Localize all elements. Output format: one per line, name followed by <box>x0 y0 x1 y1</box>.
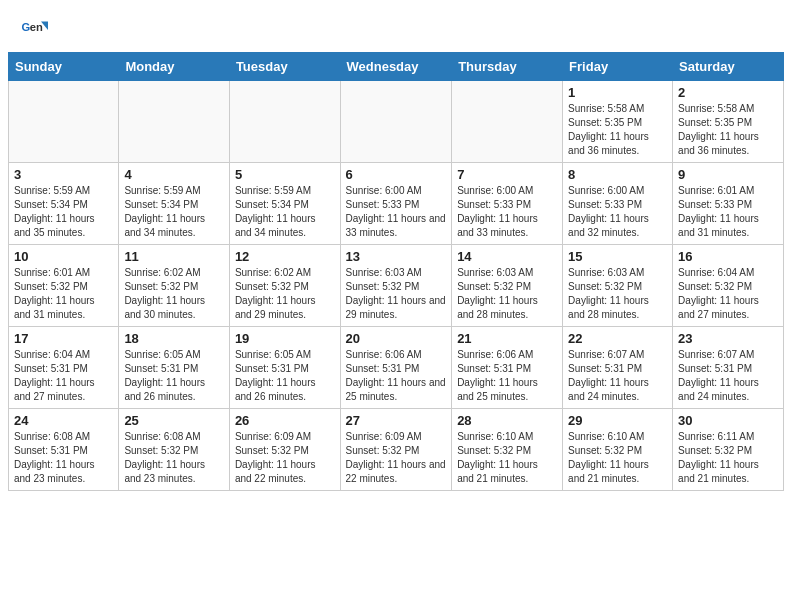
day-number: 9 <box>678 167 778 182</box>
day-number: 3 <box>14 167 113 182</box>
weekday-header-tuesday: Tuesday <box>229 53 340 81</box>
calendar-cell: 30Sunrise: 6:11 AM Sunset: 5:32 PM Dayli… <box>673 409 784 491</box>
calendar-cell: 10Sunrise: 6:01 AM Sunset: 5:32 PM Dayli… <box>9 245 119 327</box>
day-number: 29 <box>568 413 667 428</box>
svg-text:n: n <box>36 21 43 33</box>
day-number: 19 <box>235 331 335 346</box>
day-info: Sunrise: 6:03 AM Sunset: 5:32 PM Dayligh… <box>568 266 667 322</box>
day-info: Sunrise: 6:04 AM Sunset: 5:32 PM Dayligh… <box>678 266 778 322</box>
day-number: 28 <box>457 413 557 428</box>
day-number: 8 <box>568 167 667 182</box>
day-info: Sunrise: 6:07 AM Sunset: 5:31 PM Dayligh… <box>678 348 778 404</box>
calendar-cell: 23Sunrise: 6:07 AM Sunset: 5:31 PM Dayli… <box>673 327 784 409</box>
weekday-header-thursday: Thursday <box>452 53 563 81</box>
day-number: 27 <box>346 413 447 428</box>
day-number: 20 <box>346 331 447 346</box>
day-info: Sunrise: 6:01 AM Sunset: 5:32 PM Dayligh… <box>14 266 113 322</box>
week-row-1: 1Sunrise: 5:58 AM Sunset: 5:35 PM Daylig… <box>9 81 784 163</box>
day-info: Sunrise: 6:10 AM Sunset: 5:32 PM Dayligh… <box>457 430 557 486</box>
logo: G e n <box>20 16 52 44</box>
day-info: Sunrise: 6:00 AM Sunset: 5:33 PM Dayligh… <box>346 184 447 240</box>
calendar-cell: 2Sunrise: 5:58 AM Sunset: 5:35 PM Daylig… <box>673 81 784 163</box>
calendar-cell: 6Sunrise: 6:00 AM Sunset: 5:33 PM Daylig… <box>340 163 452 245</box>
calendar-cell: 24Sunrise: 6:08 AM Sunset: 5:31 PM Dayli… <box>9 409 119 491</box>
day-number: 18 <box>124 331 224 346</box>
weekday-header-monday: Monday <box>119 53 230 81</box>
day-info: Sunrise: 6:08 AM Sunset: 5:31 PM Dayligh… <box>14 430 113 486</box>
day-info: Sunrise: 5:58 AM Sunset: 5:35 PM Dayligh… <box>568 102 667 158</box>
calendar-cell: 8Sunrise: 6:00 AM Sunset: 5:33 PM Daylig… <box>563 163 673 245</box>
day-number: 25 <box>124 413 224 428</box>
calendar-cell <box>229 81 340 163</box>
day-number: 10 <box>14 249 113 264</box>
calendar-cell: 5Sunrise: 5:59 AM Sunset: 5:34 PM Daylig… <box>229 163 340 245</box>
day-number: 26 <box>235 413 335 428</box>
day-info: Sunrise: 6:05 AM Sunset: 5:31 PM Dayligh… <box>235 348 335 404</box>
calendar-cell: 12Sunrise: 6:02 AM Sunset: 5:32 PM Dayli… <box>229 245 340 327</box>
calendar-cell <box>9 81 119 163</box>
weekday-header-sunday: Sunday <box>9 53 119 81</box>
svg-text:e: e <box>30 21 36 33</box>
calendar-cell: 14Sunrise: 6:03 AM Sunset: 5:32 PM Dayli… <box>452 245 563 327</box>
calendar-table: SundayMondayTuesdayWednesdayThursdayFrid… <box>8 52 784 491</box>
day-info: Sunrise: 5:59 AM Sunset: 5:34 PM Dayligh… <box>235 184 335 240</box>
weekday-header-friday: Friday <box>563 53 673 81</box>
day-info: Sunrise: 6:11 AM Sunset: 5:32 PM Dayligh… <box>678 430 778 486</box>
calendar-cell: 26Sunrise: 6:09 AM Sunset: 5:32 PM Dayli… <box>229 409 340 491</box>
day-number: 12 <box>235 249 335 264</box>
calendar-cell: 15Sunrise: 6:03 AM Sunset: 5:32 PM Dayli… <box>563 245 673 327</box>
calendar-cell: 29Sunrise: 6:10 AM Sunset: 5:32 PM Dayli… <box>563 409 673 491</box>
day-info: Sunrise: 5:59 AM Sunset: 5:34 PM Dayligh… <box>14 184 113 240</box>
logo-icon: G e n <box>20 16 48 44</box>
day-info: Sunrise: 6:09 AM Sunset: 5:32 PM Dayligh… <box>235 430 335 486</box>
weekday-header-wednesday: Wednesday <box>340 53 452 81</box>
day-info: Sunrise: 6:09 AM Sunset: 5:32 PM Dayligh… <box>346 430 447 486</box>
calendar-cell: 22Sunrise: 6:07 AM Sunset: 5:31 PM Dayli… <box>563 327 673 409</box>
day-number: 22 <box>568 331 667 346</box>
week-row-3: 10Sunrise: 6:01 AM Sunset: 5:32 PM Dayli… <box>9 245 784 327</box>
day-info: Sunrise: 6:06 AM Sunset: 5:31 PM Dayligh… <box>457 348 557 404</box>
day-number: 1 <box>568 85 667 100</box>
calendar-cell: 17Sunrise: 6:04 AM Sunset: 5:31 PM Dayli… <box>9 327 119 409</box>
day-number: 6 <box>346 167 447 182</box>
day-info: Sunrise: 6:00 AM Sunset: 5:33 PM Dayligh… <box>457 184 557 240</box>
day-number: 21 <box>457 331 557 346</box>
weekday-header-saturday: Saturday <box>673 53 784 81</box>
day-number: 15 <box>568 249 667 264</box>
day-info: Sunrise: 6:07 AM Sunset: 5:31 PM Dayligh… <box>568 348 667 404</box>
calendar-cell: 21Sunrise: 6:06 AM Sunset: 5:31 PM Dayli… <box>452 327 563 409</box>
day-info: Sunrise: 6:02 AM Sunset: 5:32 PM Dayligh… <box>235 266 335 322</box>
calendar-cell: 28Sunrise: 6:10 AM Sunset: 5:32 PM Dayli… <box>452 409 563 491</box>
calendar-cell: 27Sunrise: 6:09 AM Sunset: 5:32 PM Dayli… <box>340 409 452 491</box>
day-number: 30 <box>678 413 778 428</box>
calendar-cell <box>119 81 230 163</box>
week-row-4: 17Sunrise: 6:04 AM Sunset: 5:31 PM Dayli… <box>9 327 784 409</box>
day-number: 7 <box>457 167 557 182</box>
day-info: Sunrise: 6:04 AM Sunset: 5:31 PM Dayligh… <box>14 348 113 404</box>
calendar-cell: 16Sunrise: 6:04 AM Sunset: 5:32 PM Dayli… <box>673 245 784 327</box>
day-info: Sunrise: 6:06 AM Sunset: 5:31 PM Dayligh… <box>346 348 447 404</box>
calendar-cell: 19Sunrise: 6:05 AM Sunset: 5:31 PM Dayli… <box>229 327 340 409</box>
day-number: 24 <box>14 413 113 428</box>
calendar-cell: 25Sunrise: 6:08 AM Sunset: 5:32 PM Dayli… <box>119 409 230 491</box>
day-info: Sunrise: 5:59 AM Sunset: 5:34 PM Dayligh… <box>124 184 224 240</box>
svg-text:G: G <box>21 21 30 33</box>
calendar-cell: 9Sunrise: 6:01 AM Sunset: 5:33 PM Daylig… <box>673 163 784 245</box>
day-number: 17 <box>14 331 113 346</box>
day-info: Sunrise: 6:01 AM Sunset: 5:33 PM Dayligh… <box>678 184 778 240</box>
calendar-cell <box>340 81 452 163</box>
day-info: Sunrise: 6:02 AM Sunset: 5:32 PM Dayligh… <box>124 266 224 322</box>
day-number: 13 <box>346 249 447 264</box>
day-info: Sunrise: 6:03 AM Sunset: 5:32 PM Dayligh… <box>457 266 557 322</box>
calendar-cell: 4Sunrise: 5:59 AM Sunset: 5:34 PM Daylig… <box>119 163 230 245</box>
weekday-header-row: SundayMondayTuesdayWednesdayThursdayFrid… <box>9 53 784 81</box>
day-number: 16 <box>678 249 778 264</box>
calendar-cell: 11Sunrise: 6:02 AM Sunset: 5:32 PM Dayli… <box>119 245 230 327</box>
day-info: Sunrise: 6:10 AM Sunset: 5:32 PM Dayligh… <box>568 430 667 486</box>
day-info: Sunrise: 6:03 AM Sunset: 5:32 PM Dayligh… <box>346 266 447 322</box>
day-info: Sunrise: 6:08 AM Sunset: 5:32 PM Dayligh… <box>124 430 224 486</box>
day-info: Sunrise: 6:00 AM Sunset: 5:33 PM Dayligh… <box>568 184 667 240</box>
day-info: Sunrise: 5:58 AM Sunset: 5:35 PM Dayligh… <box>678 102 778 158</box>
calendar-cell: 1Sunrise: 5:58 AM Sunset: 5:35 PM Daylig… <box>563 81 673 163</box>
calendar-cell: 3Sunrise: 5:59 AM Sunset: 5:34 PM Daylig… <box>9 163 119 245</box>
